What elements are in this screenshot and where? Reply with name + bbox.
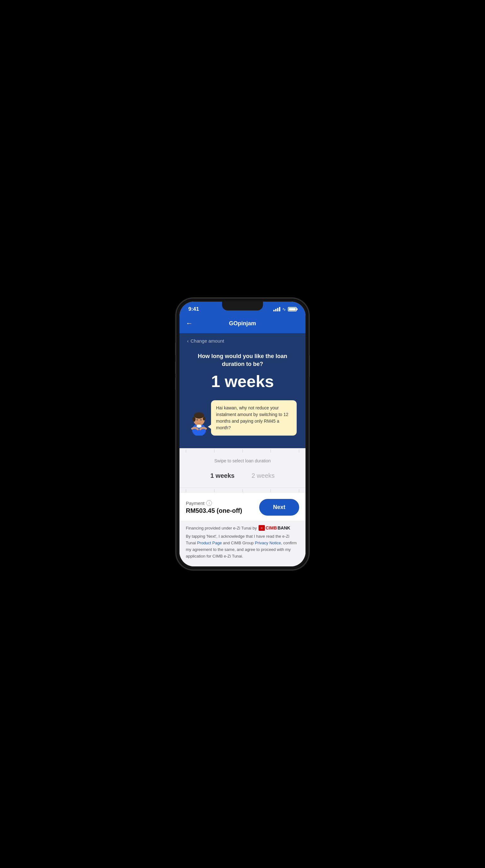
- terms-text: By tapping 'Next', I acknowledge that I …: [186, 533, 299, 559]
- footer-text: Financing provided under e-Zi Tunai by C…: [180, 521, 305, 566]
- cimb-red-icon: C: [259, 525, 265, 531]
- wifi-icon: ∿: [282, 307, 286, 312]
- status-time: 9:41: [188, 306, 199, 312]
- payment-info: Payment i RM503.45 (one-off): [186, 500, 242, 515]
- product-page-link[interactable]: Product Page: [197, 540, 222, 545]
- privacy-notice-link[interactable]: Privacy Notice: [255, 540, 281, 545]
- nav-title: GOpinjam: [195, 320, 290, 327]
- payment-row: Payment i RM503.45 (one-off) Next: [180, 492, 305, 521]
- change-amount-label: Change amount: [191, 338, 224, 344]
- payment-label: Payment: [186, 500, 204, 506]
- tip-text: Hai kawan, why not reduce your instalmen…: [216, 405, 289, 430]
- duration-option-1weeks[interactable]: 1 weeks: [206, 470, 238, 481]
- cimb-text: CIMB: [265, 525, 277, 530]
- svg-point-5: [196, 419, 198, 421]
- svg-point-7: [196, 425, 201, 428]
- svg-point-3: [192, 417, 196, 422]
- duration-option-2weeks[interactable]: 2 weeks: [248, 470, 279, 481]
- pointer-arrow: [180, 443, 305, 448]
- mascot-area: Hai kawan, why not reduce your instalmen…: [188, 400, 297, 436]
- phone-frame: 9:41 ∿ ← GOpinjam ‹ Change am: [176, 299, 309, 569]
- loan-duration: 1 weeks: [187, 372, 298, 391]
- nav-bar: ← GOpinjam: [180, 315, 305, 333]
- slider-ticks-top: [180, 450, 305, 453]
- phone-screen: 9:41 ∿ ← GOpinjam ‹ Change am: [180, 302, 305, 566]
- bottom-section: Swipe to select loan duration 1 weeks 2 …: [180, 448, 305, 566]
- swipe-label: Swipe to select loan duration: [180, 453, 305, 468]
- change-amount-link[interactable]: ‹ Change amount: [187, 338, 298, 344]
- financing-text: Financing provided under e-Zi Tunai by: [186, 526, 257, 530]
- signal-icon: [273, 307, 280, 311]
- svg-point-2: [194, 412, 204, 418]
- status-icons: ∿: [273, 307, 297, 312]
- mascot-figure: [188, 410, 210, 436]
- notch: [222, 302, 263, 310]
- chevron-left-icon: ‹: [187, 338, 189, 344]
- payment-label-row: Payment i: [186, 500, 242, 506]
- payment-amount: RM503.45 (one-off): [186, 507, 242, 515]
- cimb-logo: C CIMB BANK: [259, 525, 290, 531]
- back-button[interactable]: ←: [186, 318, 195, 329]
- next-button[interactable]: Next: [259, 499, 299, 516]
- bank-text: BANK: [278, 525, 290, 530]
- info-icon[interactable]: i: [206, 500, 212, 506]
- header-section: ‹ Change amount How long would you like …: [180, 333, 305, 443]
- slider-ticks-bottom: [180, 489, 305, 492]
- loan-question: How long would you like the loan duratio…: [187, 352, 298, 368]
- battery-icon: [288, 307, 297, 311]
- svg-point-6: [200, 419, 202, 421]
- duration-selector[interactable]: 1 weeks 2 weeks: [180, 468, 305, 488]
- financing-line: Financing provided under e-Zi Tunai by C…: [186, 525, 299, 531]
- home-indicator: [180, 566, 305, 566]
- tip-bubble: Hai kawan, why not reduce your instalmen…: [211, 400, 297, 436]
- svg-point-4: [203, 417, 205, 421]
